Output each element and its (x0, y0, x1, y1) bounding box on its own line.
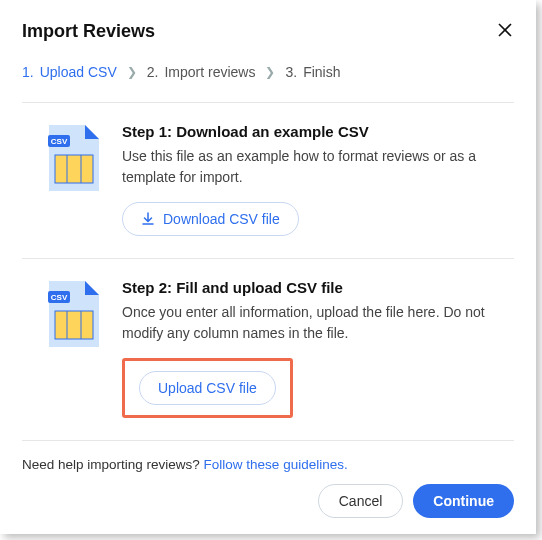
step-upload-csv[interactable]: 1. Upload CSV (22, 64, 117, 80)
section-title: Step 2: Fill and upload CSV file (122, 279, 514, 296)
divider (22, 440, 514, 441)
section-description: Use this file as an example how to forma… (122, 146, 514, 188)
step-label: Finish (303, 64, 340, 80)
modal-footer: Cancel Continue (318, 484, 514, 518)
close-icon (498, 23, 512, 37)
help-text: Need help importing reviews? Follow thes… (22, 457, 514, 472)
svg-rect-4 (55, 155, 93, 183)
help-link[interactable]: Follow these guidelines. (204, 457, 348, 472)
stepper: 1. Upload CSV ❯ 2. Import reviews ❯ 3. F… (22, 64, 514, 80)
section-download: CSV Step 1: Download an example CSV Use … (22, 103, 514, 258)
step-import-reviews[interactable]: 2. Import reviews (147, 64, 256, 80)
help-prefix: Need help importing reviews? (22, 457, 204, 472)
section-title: Step 1: Download an example CSV (122, 123, 514, 140)
chevron-right-icon: ❯ (265, 65, 275, 79)
step-number: 2. (147, 64, 159, 80)
chevron-right-icon: ❯ (127, 65, 137, 79)
modal-title: Import Reviews (22, 21, 155, 42)
step-label: Import reviews (164, 64, 255, 80)
button-label: Download CSV file (163, 211, 280, 227)
close-button[interactable] (496, 20, 514, 42)
step-number: 3. (285, 64, 297, 80)
csv-file-icon: CSV (45, 125, 99, 191)
upload-csv-button[interactable]: Upload CSV file (139, 371, 276, 405)
csv-file-icon: CSV (45, 281, 99, 347)
csv-icon-container: CSV (22, 123, 122, 236)
svg-rect-10 (55, 311, 93, 339)
section-upload: CSV Step 2: Fill and upload CSV file Onc… (22, 259, 514, 440)
cancel-button[interactable]: Cancel (318, 484, 404, 518)
button-label: Upload CSV file (158, 380, 257, 396)
section-description: Once you enter all information, upload t… (122, 302, 514, 344)
download-csv-button[interactable]: Download CSV file (122, 202, 299, 236)
svg-text:CSV: CSV (51, 293, 68, 302)
step-number: 1. (22, 64, 34, 80)
svg-text:CSV: CSV (51, 137, 68, 146)
csv-icon-container: CSV (22, 279, 122, 418)
step-label: Upload CSV (40, 64, 117, 80)
section-content: Step 1: Download an example CSV Use this… (122, 123, 514, 236)
import-reviews-modal: Import Reviews 1. Upload CSV ❯ 2. Import… (0, 0, 536, 534)
highlight-box: Upload CSV file (122, 358, 293, 418)
continue-button[interactable]: Continue (413, 484, 514, 518)
section-content: Step 2: Fill and upload CSV file Once yo… (122, 279, 514, 418)
modal-header: Import Reviews (22, 20, 514, 42)
step-finish[interactable]: 3. Finish (285, 64, 340, 80)
download-icon (141, 212, 155, 226)
